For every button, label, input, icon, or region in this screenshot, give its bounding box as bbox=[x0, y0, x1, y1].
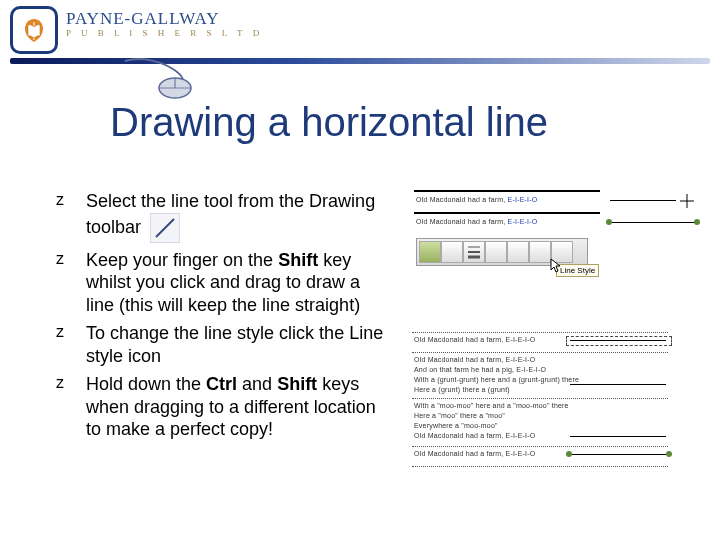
brand-subtitle: P U B L I S H E R S L T D bbox=[66, 29, 263, 38]
tooltip: Line Style bbox=[556, 264, 599, 277]
slide: PAYNE-GALLWAY P U B L I S H E R S L T D … bbox=[0, 0, 720, 540]
toolbar-button bbox=[485, 241, 507, 263]
screenshot-bottom: Old Macdonald had a farm, E-I-E-I-O Old … bbox=[410, 330, 672, 480]
brand-text: PAYNE-GALLWAY P U B L I S H E R S L T D bbox=[66, 6, 263, 38]
slide-title: Drawing a horizontal line bbox=[110, 100, 680, 145]
mouse-graphic-icon bbox=[120, 54, 230, 104]
bullet-3: To change the line style click the Line … bbox=[50, 322, 390, 367]
line-tool-icon bbox=[150, 213, 180, 243]
brand-name: PAYNE-GALLWAY bbox=[66, 10, 263, 27]
brand-logo-icon bbox=[10, 6, 58, 54]
toolbar-button bbox=[463, 241, 485, 263]
toolbar-button bbox=[441, 241, 463, 263]
bullet-1-text: Select the line tool from the Drawing to… bbox=[86, 191, 375, 236]
header-gradient-bar bbox=[10, 58, 710, 64]
toolbar-button bbox=[507, 241, 529, 263]
toolbar-button bbox=[419, 241, 441, 263]
crosshair-cursor-icon bbox=[680, 194, 694, 208]
branding-header: PAYNE-GALLWAY P U B L I S H E R S L T D bbox=[10, 6, 263, 54]
body-text: Select the line tool from the Drawing to… bbox=[50, 190, 390, 447]
selection-marquee bbox=[566, 336, 672, 346]
bullet-1: Select the line tool from the Drawing to… bbox=[50, 190, 390, 243]
bullet-4: Hold down the Ctrl and Shift keys when d… bbox=[50, 373, 390, 441]
drawing-toolbar bbox=[416, 238, 588, 266]
bullet-2: Keep your finger on the Shift key whilst… bbox=[50, 249, 390, 317]
toolbar-button bbox=[529, 241, 551, 263]
arrow-cursor-icon bbox=[550, 258, 562, 274]
